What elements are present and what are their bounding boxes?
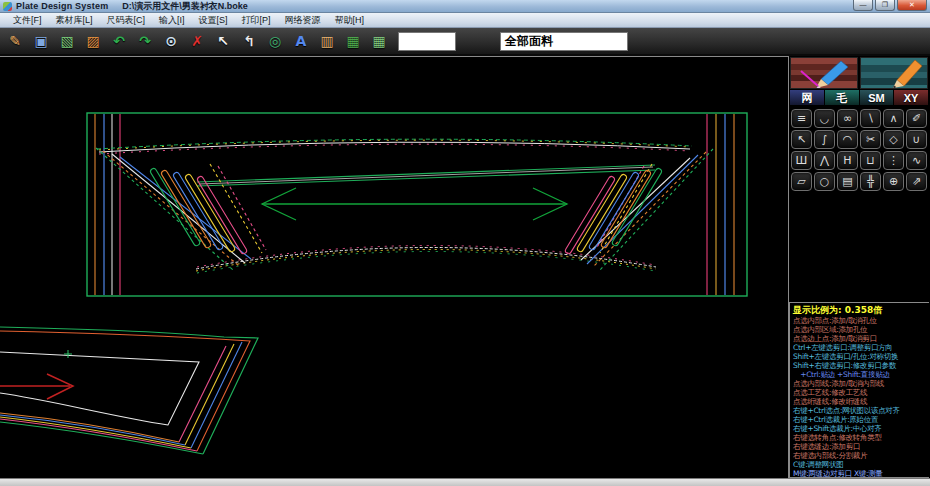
help-line-14: 右键选转角点:修改转角类型 <box>793 433 927 442</box>
help-line-1: 点选内部点:添加/取消孔位 <box>793 316 927 325</box>
quick-search-input[interactable] <box>398 32 456 51</box>
main-toolbar: ✎▣▧▨↶↷⊙✗↖↰◎A▥▦▦ 全部面料 <box>0 28 930 56</box>
open-file-path: D:\演示用文件\男装衬衣N.boke <box>122 0 248 13</box>
cursor-icon[interactable]: ↖ <box>210 29 236 53</box>
status-strip <box>0 478 930 486</box>
pen-curve-tool[interactable]: ∫ <box>814 130 835 149</box>
app-icon <box>3 2 12 11</box>
pocket-tool[interactable]: ⊔ <box>860 151 881 170</box>
help-line-2: 点选内部区域:添加孔位 <box>793 325 927 334</box>
menu-item-4[interactable]: 设置[S] <box>192 13 235 28</box>
redo-icon[interactable]: ↷ <box>132 29 158 53</box>
right-size-lines <box>707 114 734 295</box>
move-piece-tool[interactable]: ╬ <box>860 172 881 191</box>
app-title: Plate Design System <box>16 1 108 11</box>
magnify-tool[interactable]: ○ <box>814 172 835 191</box>
grid-view-icon[interactable]: ▦ <box>340 29 366 53</box>
help-line-8: 点选内部线:添加/取消内部线 <box>793 379 927 388</box>
help-line-6: Shift+右键选剪口:修改剪口参数 <box>793 361 927 370</box>
fabric-drape-tool[interactable]: ▤ <box>837 172 858 191</box>
fabric-filter-select[interactable]: 全部面料 <box>500 32 628 51</box>
help-line-7: +Ctrl:贴边 +Shift:直接贴边 <box>793 370 927 379</box>
menu-item-0[interactable]: 文件[F] <box>6 13 49 28</box>
zoom-scale-readout: 显示比例为: 0.358倍 <box>793 305 927 316</box>
pattern-canvas[interactable] <box>0 56 789 478</box>
grain-arrow <box>262 188 567 220</box>
help-line-10: 点选绗缝线:修改绗缝线 <box>793 397 927 406</box>
menu-bar: 文件[F]素材库[L]尺码表[C]输入[I]设置[S]打印[P]网络资源帮助[H… <box>0 13 930 28</box>
help-line-3: 点选边上点:添加/取消剪口 <box>793 334 927 343</box>
arc-tool[interactable]: ◠ <box>837 130 858 149</box>
menu-item-2[interactable]: 尺码表[C] <box>100 13 153 28</box>
bottom-left-pattern-piece[interactable] <box>0 327 258 454</box>
scale-tool[interactable]: ⇗ <box>906 172 927 191</box>
fabric-pencil-button[interactable] <box>790 57 858 89</box>
arrange-tool[interactable]: ⊕ <box>883 172 904 191</box>
mode-button-XY[interactable]: XY <box>894 90 928 105</box>
menu-item-3[interactable]: 输入[I] <box>152 13 192 28</box>
help-line-11: 右键+Ctrl选点:网状图以该点对齐 <box>793 406 927 415</box>
help-line-18: M键:两缝边对剪口 X键:测量 <box>793 469 927 478</box>
text-icon[interactable]: A <box>288 29 314 53</box>
help-line-9: 点选工艺线:修改工艺线 <box>793 388 927 397</box>
pattern-grid-icon[interactable]: ▦ <box>366 29 392 53</box>
restore-button[interactable]: ❐ <box>875 0 895 11</box>
mode-button-网[interactable]: 网 <box>790 90 824 105</box>
help-line-15: 右键选缝边:添加剪口 <box>793 442 927 451</box>
bottom-band-lines <box>0 413 203 454</box>
point-select-tool[interactable]: ✐ <box>906 109 927 128</box>
help-panel: 显示比例为: 0.358倍点选内部点:添加/取消孔位点选内部区域:添加孔位点选边… <box>789 302 929 478</box>
help-line-5: Shift+左键选剪口/孔位:对称切换 <box>793 352 927 361</box>
zoom-icon[interactable]: ⊙ <box>158 29 184 53</box>
line-tool[interactable]: ∖ <box>860 109 881 128</box>
lining-pencil-button[interactable] <box>860 57 928 89</box>
fold-strip-lines <box>197 165 655 186</box>
intersect-tool[interactable]: ∧ <box>883 109 904 128</box>
inner-outline <box>0 352 199 425</box>
help-line-4: Ctrl+左键选剪口:调整剪口方向 <box>793 343 927 352</box>
close-button[interactable]: ✕ <box>897 0 927 11</box>
main-pattern-piece[interactable] <box>87 113 747 296</box>
bottom-seam-lines <box>196 245 656 273</box>
left-pleat-group <box>96 148 266 270</box>
help-line-12: 右键+Ctrl选裁片:原始位置 <box>793 415 927 424</box>
title-bar: Plate Design System D:\演示用文件\男装衬衣N.boke … <box>0 0 930 13</box>
dart-fold-tool[interactable]: ⋀ <box>814 151 835 170</box>
minimize-button[interactable]: — <box>853 0 873 11</box>
tool-panel: 网毛SMXY ≡◡∞∖∧✐↖∫◠✂◇∪Ш⋀H⊔⋮∿▱○▤╬⊕⇗ 显示比例为: 0… <box>789 56 929 478</box>
top-seam-lines <box>97 139 692 154</box>
delete-icon[interactable]: ✗ <box>184 29 210 53</box>
button-line-tool[interactable]: ⋮ <box>883 151 904 170</box>
size-table-icon[interactable]: ▥ <box>314 29 340 53</box>
dart-tool[interactable]: ◇ <box>883 130 904 149</box>
move-point-tool[interactable]: ↖ <box>791 130 812 149</box>
left-size-lines <box>95 114 120 295</box>
menu-item-7[interactable]: 帮助[H] <box>328 13 372 28</box>
export-file-icon[interactable]: ▧ <box>54 29 80 53</box>
mode-button-毛[interactable]: 毛 <box>825 90 859 105</box>
seam-allowance-tool[interactable]: ∞ <box>837 109 858 128</box>
pick-point-icon[interactable]: ↰ <box>236 29 262 53</box>
menu-item-1[interactable]: 素材库[L] <box>49 13 100 28</box>
help-line-13: 右键+Shift选裁片:中心对齐 <box>793 424 927 433</box>
parallel-lines-tool[interactable]: ≡ <box>791 109 812 128</box>
undo-icon[interactable]: ↶ <box>106 29 132 53</box>
help-line-16: 右键选内部线:分割裁片 <box>793 451 927 460</box>
mode-button-SM[interactable]: SM <box>860 90 894 105</box>
pleat-tool[interactable]: Ш <box>791 151 812 170</box>
help-line-17: C键:调整网状图 <box>793 460 927 469</box>
eraser-tool[interactable]: ▱ <box>791 172 812 191</box>
curve-smooth-tool[interactable]: ∿ <box>906 151 927 170</box>
width-measure-tool[interactable]: H <box>837 151 858 170</box>
measure-tape-icon[interactable]: ◎ <box>262 29 288 53</box>
notch-marker <box>64 350 72 358</box>
import-file-icon[interactable]: ▨ <box>80 29 106 53</box>
curve-tool[interactable]: ◡ <box>814 109 835 128</box>
menu-item-6[interactable]: 网络资源 <box>278 13 328 28</box>
save-icon[interactable]: ▣ <box>28 29 54 53</box>
protractor-tool[interactable]: ∪ <box>906 130 927 149</box>
cut-tool[interactable]: ✂ <box>860 130 881 149</box>
menu-item-5[interactable]: 打印[P] <box>235 13 278 28</box>
open-file-icon[interactable]: ✎ <box>2 29 28 53</box>
grain-arrow-red <box>0 374 73 399</box>
